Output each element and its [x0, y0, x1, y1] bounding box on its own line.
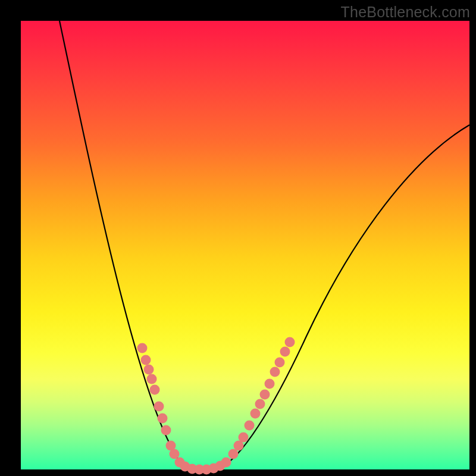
chart-frame: TheBottleneck.com [0, 0, 476, 476]
curve-marker [158, 414, 168, 424]
curve-marker [147, 374, 157, 384]
curve-marker [170, 449, 180, 459]
curve-marker [150, 385, 160, 395]
curve-marker [221, 458, 231, 468]
curve-marker [228, 449, 239, 459]
plot-area [21, 21, 469, 469]
curve-marker [265, 379, 275, 389]
curve-marker [275, 358, 285, 368]
curve-marker [154, 402, 164, 412]
curve-marker [245, 421, 255, 431]
curve-marker [239, 433, 249, 443]
curve-marker [250, 409, 261, 419]
curve-marker [141, 355, 151, 365]
curve-marker [137, 343, 148, 353]
curve-layer [21, 21, 469, 469]
curve-marker [285, 337, 295, 347]
curve-marker [260, 390, 270, 400]
curve-marker [255, 399, 265, 409]
watermark-text: TheBottleneck.com [341, 4, 470, 21]
curve-marker [144, 365, 154, 375]
curve-marker [270, 367, 280, 377]
curve-marker [280, 347, 290, 357]
curve-marker [161, 425, 171, 436]
